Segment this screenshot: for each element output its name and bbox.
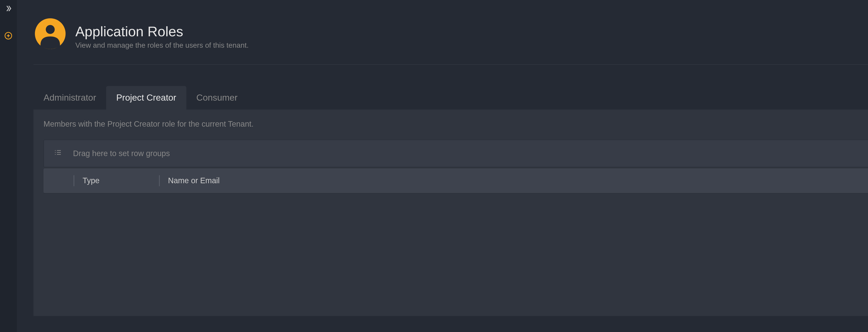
expand-sidebar-icon[interactable] bbox=[5, 5, 12, 15]
page-subtitle: View and manage the roles of the users o… bbox=[75, 41, 249, 50]
table-header: Type Name or Email bbox=[43, 168, 868, 193]
column-header-type[interactable]: Type bbox=[43, 176, 158, 185]
user-roles-icon bbox=[33, 17, 67, 50]
column-header-name[interactable]: Name or Email bbox=[158, 176, 868, 185]
tab-project-creator[interactable]: Project Creator bbox=[106, 86, 186, 110]
page-header: Application Roles View and manage the ro… bbox=[33, 17, 868, 65]
group-drop-label: Drag here to set row groups bbox=[73, 149, 170, 158]
tab-consumer[interactable]: Consumer bbox=[186, 86, 248, 110]
tab-panel: Members with the Project Creator role fo… bbox=[33, 110, 868, 316]
page-title: Application Roles bbox=[75, 24, 249, 39]
sidebar bbox=[0, 0, 17, 332]
tab-description: Members with the Project Creator role fo… bbox=[33, 119, 868, 140]
tab-administrator[interactable]: Administrator bbox=[33, 86, 106, 110]
svg-point-4 bbox=[46, 25, 55, 34]
columns-icon bbox=[54, 148, 62, 158]
group-drop-zone[interactable]: Drag here to set row groups bbox=[43, 140, 868, 167]
main-content: Application Roles View and manage the ro… bbox=[17, 0, 868, 332]
tabs: Administrator Project Creator Consumer bbox=[33, 86, 868, 110]
add-icon[interactable] bbox=[4, 31, 13, 42]
table-body-empty bbox=[43, 193, 868, 316]
